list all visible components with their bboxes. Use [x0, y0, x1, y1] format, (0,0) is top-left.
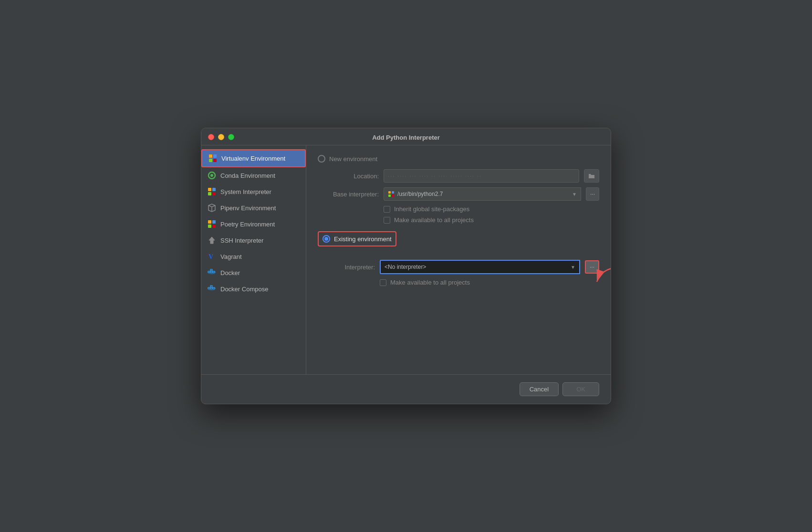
existing-environment-container: Existing environment — [318, 231, 599, 254]
svg-marker-15 — [209, 237, 215, 244]
folder-icon — [588, 173, 595, 179]
svg-rect-8 — [208, 192, 211, 195]
make-available-existing-label: Make available to all projects — [390, 279, 470, 286]
annotation-arrow — [592, 265, 611, 294]
virtualenv-icon — [208, 153, 218, 163]
inherit-checkbox-row: Inherit global site-packages — [384, 205, 599, 213]
interpreter-label: Interpreter: — [318, 264, 375, 271]
base-interpreter-browse-button[interactable]: ··· — [586, 187, 599, 201]
inherit-label: Inherit global site-packages — [394, 205, 469, 213]
svg-rect-27 — [388, 194, 391, 197]
svg-rect-12 — [212, 220, 216, 224]
svg-rect-22 — [210, 287, 212, 289]
svg-rect-17 — [208, 271, 210, 273]
make-available-new-checkbox[interactable] — [384, 217, 390, 224]
sidebar-item-label: Virtualenv Environment — [221, 155, 285, 162]
titlebar: Add Python Interpreter — [201, 128, 611, 145]
new-environment-radio[interactable] — [318, 155, 325, 163]
sidebar-item-label: Docker Compose — [220, 286, 268, 293]
python-icon — [388, 191, 395, 197]
svg-rect-21 — [208, 287, 210, 289]
ssh-icon — [207, 235, 217, 245]
svg-text:V: V — [208, 253, 213, 260]
maximize-button[interactable] — [228, 134, 234, 140]
location-input[interactable]: ··· ···· ··· ···· ·· ···· ····· ···· ·· — [384, 169, 579, 183]
sidebar-item-label: System Interpreter — [220, 188, 271, 195]
new-environment-label: New environment — [329, 155, 377, 163]
location-browse-button[interactable] — [584, 169, 599, 183]
docker-compose-icon — [207, 284, 217, 294]
sidebar-item-docker[interactable]: Docker — [201, 265, 306, 281]
add-interpreter-dialog: Add Python Interpreter Virtualenv Enviro… — [201, 128, 611, 404]
pipenv-icon — [207, 203, 217, 213]
make-available-new-label: Make available to all projects — [394, 216, 474, 224]
existing-environment-section: Interpreter: <No interpreter> ▼ ··· — [318, 260, 599, 286]
sidebar: Virtualenv Environment Conda Environment — [201, 145, 306, 374]
sidebar-item-system[interactable]: System Interpreter — [201, 184, 306, 200]
svg-rect-7 — [212, 188, 216, 191]
sidebar-item-label: Docker — [220, 269, 240, 276]
location-label: Location: — [322, 173, 379, 180]
svg-rect-28 — [392, 194, 394, 197]
svg-rect-6 — [208, 188, 211, 191]
sidebar-item-pipenv[interactable]: Pipenv Environment — [201, 200, 306, 216]
base-interpreter-dropdown[interactable]: /usr/bin/python2.7 ▼ — [384, 187, 581, 201]
ok-button[interactable]: OK — [562, 382, 599, 396]
new-environment-row: New environment — [318, 155, 599, 163]
dialog-title: Add Python Interpreter — [372, 134, 440, 141]
traffic-lights — [208, 134, 234, 140]
sidebar-item-poetry[interactable]: Poetry Environment — [201, 216, 306, 232]
ellipsis-container: ··· — [585, 260, 599, 274]
sidebar-item-conda[interactable]: Conda Environment — [201, 167, 306, 184]
make-available-existing-checkbox[interactable] — [380, 279, 386, 286]
location-row: Location: ··· ···· ··· ···· ·· ···· ····… — [322, 169, 599, 183]
system-icon — [207, 187, 217, 196]
base-interpreter-label: Base interpreter: — [322, 191, 379, 198]
cancel-button[interactable]: Cancel — [520, 382, 559, 396]
dialog-footer: Cancel OK — [201, 374, 611, 404]
make-available-existing-row: Make available to all projects — [380, 279, 599, 286]
svg-rect-25 — [388, 191, 391, 194]
base-interpreter-value: /usr/bin/python2.7 — [397, 191, 443, 197]
inherit-checkbox[interactable] — [384, 206, 390, 213]
dialog-body: Virtualenv Environment Conda Environment — [201, 145, 611, 374]
sidebar-item-label: Poetry Environment — [220, 221, 275, 228]
main-content: New environment Location: ··· ···· ··· ·… — [306, 145, 611, 374]
interpreter-dropdown[interactable]: <No interpreter> ▼ — [380, 260, 580, 274]
existing-environment-radio[interactable] — [323, 235, 330, 243]
svg-rect-23 — [210, 286, 212, 287]
interpreter-row: Interpreter: <No interpreter> ▼ ··· — [318, 260, 599, 274]
interpreter-chevron: ▼ — [571, 265, 575, 270]
location-blurred: ··· ···· ··· ···· ·· ···· ····· ···· ·· — [388, 173, 482, 179]
conda-icon — [207, 171, 217, 180]
svg-rect-11 — [208, 220, 211, 224]
svg-rect-18 — [210, 271, 212, 273]
svg-rect-9 — [212, 192, 216, 195]
sidebar-item-virtualenv[interactable]: Virtualenv Environment — [201, 149, 306, 167]
docker-icon — [207, 268, 217, 277]
close-button[interactable] — [208, 134, 214, 140]
svg-rect-19 — [210, 269, 212, 271]
interpreter-value: <No interpreter> — [385, 264, 426, 270]
existing-environment-box: Existing environment — [318, 231, 396, 246]
svg-rect-2 — [209, 159, 212, 162]
vagrant-icon: V — [207, 252, 217, 261]
base-interpreter-content: /usr/bin/python2.7 — [388, 191, 443, 197]
make-available-new-checkbox-row: Make available to all projects — [384, 216, 599, 224]
poetry-icon — [207, 219, 217, 229]
sidebar-item-label: Pipenv Environment — [220, 205, 276, 212]
sidebar-item-label: Conda Environment — [220, 172, 275, 179]
svg-rect-1 — [213, 154, 217, 158]
svg-point-5 — [210, 174, 213, 177]
svg-rect-26 — [392, 191, 394, 194]
new-environment-section: Location: ··· ···· ··· ···· ·· ···· ····… — [318, 169, 599, 224]
minimize-button[interactable] — [218, 134, 224, 140]
sidebar-item-vagrant[interactable]: V Vagrant — [201, 248, 306, 265]
svg-rect-13 — [208, 225, 211, 228]
sidebar-item-ssh[interactable]: SSH Interpreter — [201, 232, 306, 248]
sidebar-item-docker-compose[interactable]: Docker Compose — [201, 281, 306, 297]
sidebar-item-label: SSH Interpreter — [220, 237, 263, 244]
base-interpreter-row: Base interpreter: /usr/bin/python2.7 ▼ — [322, 187, 599, 201]
svg-rect-0 — [209, 154, 212, 158]
base-interpreter-chevron: ▼ — [572, 192, 577, 197]
